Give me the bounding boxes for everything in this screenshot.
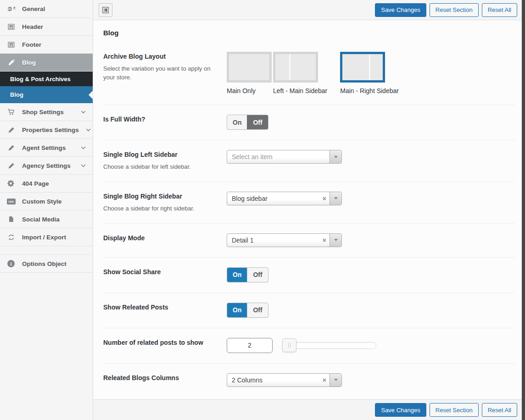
sidebar-item-label: Properties Settings <box>22 127 79 133</box>
sidebar-item-label: Agency Settings <box>22 162 74 169</box>
setting-label: Display Mode <box>103 234 218 242</box>
sidebar-item-custom-style[interactable]: css Custom Style <box>0 193 93 210</box>
setting-label: Releated Blogs Columns <box>103 374 218 381</box>
sidebar-spacer <box>0 246 93 255</box>
sidebar-subitem-blog[interactable]: Blog <box>0 86 93 103</box>
right-sidebar-select[interactable]: Blog sidebar × <box>227 192 342 205</box>
setting-description: Select the variation you want to apply o… <box>103 65 218 82</box>
save-changes-button-bottom[interactable]: Save Changes <box>375 403 426 417</box>
bottom-toolbar: Save Changes Reset Section Reset All <box>93 399 522 420</box>
chevron-down-icon <box>80 163 86 169</box>
sidebar-item-label: 404 Page <box>22 180 86 187</box>
right-edge-strip <box>522 0 525 420</box>
display-mode-select[interactable]: Detail 1 × <box>227 233 342 247</box>
reset-all-button-bottom[interactable]: Reset All <box>482 403 517 417</box>
active-item-arrow <box>89 91 93 99</box>
setting-label: Is Full Width? <box>103 116 218 123</box>
sidebar-item-label: Agent Settings <box>22 144 74 151</box>
chevron-down-icon[interactable] <box>330 234 341 247</box>
gear-icon <box>6 179 16 188</box>
sidebar-item-shop-settings[interactable]: Shop Settings <box>0 103 93 121</box>
layout-option-label: Main - Right Sidebar <box>340 87 399 94</box>
full-width-toggle: On Off <box>227 115 268 130</box>
layout-option-left-main-sidebar[interactable]: Left - Main Sidebar <box>273 52 327 94</box>
left-sidebar-select[interactable]: Select an item <box>227 150 342 164</box>
cart-icon <box>6 107 16 116</box>
sidebar-item-404-page[interactable]: 404 Page <box>0 175 93 193</box>
sidebar-item-blog[interactable]: Blog <box>0 54 93 72</box>
toggle-on-button[interactable]: On <box>227 268 247 282</box>
sidebar-item-properties-settings[interactable]: Properties Settings <box>0 121 93 139</box>
chevron-down-icon[interactable] <box>330 192 341 205</box>
header-layout-icon <box>6 22 16 31</box>
save-changes-button[interactable]: Save Changes <box>375 3 426 17</box>
sidebar-subitem-label: Blog & Post Archives <box>10 76 86 83</box>
select-placeholder: Select an item <box>227 153 330 160</box>
setting-row-left-sidebar: Single Blog Left Sidebar Choose a sideba… <box>103 140 515 182</box>
sidebar-subitem-blog-post-archives[interactable]: Blog & Post Archives <box>0 72 93 86</box>
sidebar-subitem-label: Blog <box>10 91 86 98</box>
setting-row-related-columns: Releated Blogs Columns 2 Columns × <box>103 364 515 397</box>
sidebar-item-label: Shop Settings <box>22 109 74 116</box>
settings-content: Blog Archive Blog Layout Select the vari… <box>93 20 522 399</box>
setting-row-full-width: Is Full Width? On Off <box>103 105 515 140</box>
toggle-off-button[interactable]: Off <box>247 115 268 129</box>
setting-label: Single Blog Left Sidebar <box>103 151 218 158</box>
sidebar-item-agent-settings[interactable]: Agent Settings <box>0 139 93 157</box>
setting-description: Choose a sidebar for right sidebar. <box>103 204 218 213</box>
sidebar-item-header[interactable]: Header <box>0 18 93 36</box>
related-columns-select[interactable]: 2 Columns × <box>227 373 342 387</box>
gears-icon <box>6 4 16 13</box>
setting-label: Show Social Share <box>103 268 218 276</box>
pencil-icon <box>6 143 16 152</box>
sidebar-item-label: Blog <box>22 59 86 66</box>
sidebar-item-import-export[interactable]: Import / Export <box>0 228 93 246</box>
reset-section-button[interactable]: Reset Section <box>430 3 479 17</box>
toggle-on-button[interactable]: On <box>227 303 247 317</box>
layout-option-main-right-sidebar[interactable]: Main - Right Sidebar <box>340 52 399 94</box>
select-value: 2 Columns <box>227 376 323 384</box>
social-share-toggle: On Off <box>227 267 268 282</box>
layout-option-label: Main Only <box>227 87 272 94</box>
toggle-off-button[interactable]: Off <box>247 268 268 282</box>
setting-row-social-share: Show Social Share On Off <box>103 258 515 293</box>
clear-icon[interactable]: × <box>323 195 326 202</box>
select-value: Blog sidebar <box>227 195 323 202</box>
chevron-down-icon[interactable] <box>330 374 341 387</box>
footer-layout-icon <box>6 40 16 49</box>
clear-icon[interactable]: × <box>323 377 326 383</box>
sidebar-item-options-object[interactable]: i Options Object <box>0 255 93 273</box>
chevron-down-icon[interactable] <box>330 150 341 163</box>
pencil-icon <box>6 125 16 134</box>
layout-option-label: Left - Main Sidebar <box>273 87 327 94</box>
select-value: Detail 1 <box>227 237 323 244</box>
chevron-down-icon <box>80 109 86 115</box>
sidebar-item-label: Import / Export <box>22 234 86 241</box>
setting-label: Number of related posts to show <box>103 339 218 346</box>
sidebar-item-social-media[interactable]: Social Media <box>0 210 93 228</box>
pencil-icon <box>6 58 16 67</box>
clear-icon[interactable]: × <box>323 237 326 243</box>
setting-label: Show Releated Posts <box>103 304 218 311</box>
related-count-input[interactable] <box>227 338 273 353</box>
sidebar-item-label: Social Media <box>22 216 86 223</box>
expand-options-button[interactable] <box>99 3 112 17</box>
layout-option-main-only[interactable]: Main Only <box>227 52 272 94</box>
setting-description: Choose a sidebar for left sidebar. <box>103 163 218 171</box>
slider-handle[interactable] <box>282 338 296 352</box>
sidebar-item-general[interactable]: General <box>0 0 93 18</box>
sidebar-item-label: Custom Style <box>22 198 86 205</box>
reset-all-button[interactable]: Reset All <box>482 3 517 17</box>
setting-row-display-mode: Display Mode Detail 1 × <box>103 224 515 258</box>
sidebar-item-label: Header <box>22 23 86 30</box>
toggle-off-button[interactable]: Off <box>247 303 268 317</box>
sidebar-item-footer[interactable]: Footer <box>0 36 93 54</box>
sidebar-item-agency-settings[interactable]: Agency Settings <box>0 157 93 175</box>
toggle-on-button[interactable]: On <box>227 115 247 129</box>
related-count-slider[interactable] <box>283 342 376 349</box>
top-toolbar: Save Changes Reset Section Reset All <box>93 0 522 20</box>
refresh-icon <box>6 232 16 242</box>
options-panel: General Header Footer Blog Blog & Post A… <box>0 0 525 420</box>
reset-section-button-bottom[interactable]: Reset Section <box>430 403 479 417</box>
css-icon: css <box>6 197 16 206</box>
